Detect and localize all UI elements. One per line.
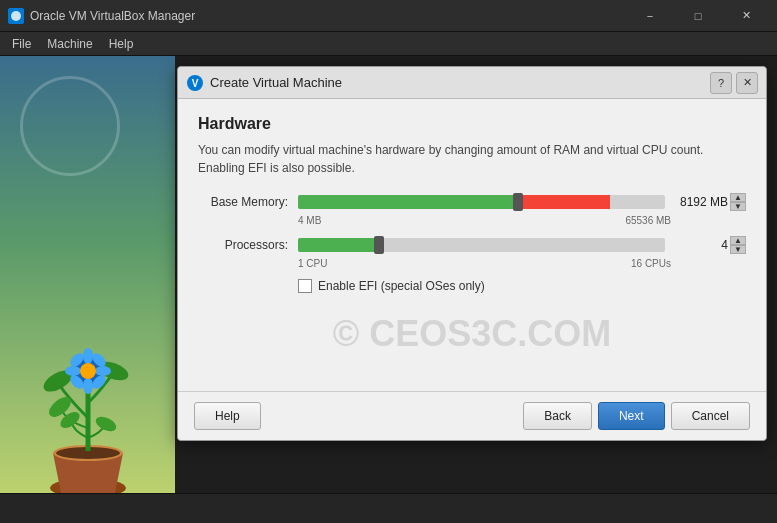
section-heading: Hardware	[198, 115, 746, 133]
base-memory-value: 8192 MB	[673, 195, 728, 209]
close-button[interactable]: ✕	[723, 0, 769, 32]
efi-checkbox[interactable]	[298, 279, 312, 293]
efi-checkbox-row: Enable EFI (special OSes only)	[198, 279, 746, 293]
base-memory-red-fill	[518, 195, 610, 209]
app-icon	[8, 8, 24, 24]
base-memory-green-fill	[298, 195, 518, 209]
dialog-controls: ? ✕	[710, 72, 758, 94]
base-memory-spinner[interactable]: ▲ ▼	[730, 193, 746, 211]
next-button[interactable]: Next	[598, 402, 665, 430]
base-memory-thumb[interactable]	[513, 193, 523, 211]
processors-row: Processors: 4 ▲ ▼	[198, 236, 746, 254]
processors-spinner[interactable]: ▲ ▼	[730, 236, 746, 254]
section-description: You can modify virtual machine's hardwar…	[198, 141, 746, 177]
title-bar: Oracle VM VirtualBox Manager − □ ✕	[0, 0, 777, 32]
dialog-window: V Create Virtual Machine ? ✕ Hardware Yo…	[177, 66, 767, 441]
processors-green-fill	[298, 238, 379, 252]
minimize-button[interactable]: −	[627, 0, 673, 32]
dialog-content: Hardware You can modify virtual machine'…	[178, 99, 766, 391]
base-memory-value-box: 8192 MB ▲ ▼	[673, 193, 746, 211]
watermark: © CEOS3C.COM	[198, 293, 746, 375]
base-memory-min: 4 MB	[298, 215, 321, 226]
help-button[interactable]: Help	[194, 402, 261, 430]
processors-range-inner: 1 CPU 16 CPUs	[298, 258, 746, 269]
menu-machine[interactable]: Machine	[39, 35, 100, 53]
dialog-title-bar: V Create Virtual Machine ? ✕	[178, 67, 766, 99]
processors-thumb[interactable]	[374, 236, 384, 254]
cancel-button[interactable]: Cancel	[671, 402, 750, 430]
processors-max: 16 CPUs	[631, 258, 671, 269]
dialog-footer: Help Back Next Cancel	[178, 391, 766, 440]
taskbar-bottom	[0, 493, 777, 523]
processors-label: Processors:	[198, 238, 298, 252]
base-memory-max: 65536 MB	[625, 215, 671, 226]
processors-value-box: 4 ▲ ▼	[673, 236, 746, 254]
processors-up[interactable]: ▲	[730, 236, 746, 245]
main-area: V Create Virtual Machine ? ✕ Hardware Yo…	[0, 56, 777, 523]
processors-min: 1 CPU	[298, 258, 327, 269]
dialog-icon: V	[186, 74, 204, 92]
base-memory-slider[interactable]	[298, 195, 665, 209]
footer-right-buttons: Back Next Cancel	[523, 402, 750, 430]
window-title: Oracle VM VirtualBox Manager	[30, 9, 627, 23]
processors-track	[298, 238, 665, 252]
processors-value: 4	[673, 238, 728, 252]
base-memory-up[interactable]: ▲	[730, 193, 746, 202]
base-memory-label: Base Memory:	[198, 195, 298, 209]
base-memory-range-inner: 4 MB 65536 MB	[298, 215, 746, 226]
processors-down[interactable]: ▼	[730, 245, 746, 254]
processors-range: 1 CPU 16 CPUs	[198, 258, 746, 269]
menu-bar: File Machine Help	[0, 32, 777, 56]
base-memory-range: 4 MB 65536 MB	[198, 215, 746, 226]
base-memory-down[interactable]: ▼	[730, 202, 746, 211]
svg-text:V: V	[192, 78, 199, 89]
base-memory-track	[298, 195, 665, 209]
dialog-help-button[interactable]: ?	[710, 72, 732, 94]
dialog-title: Create Virtual Machine	[210, 75, 710, 90]
base-memory-row: Base Memory: 8192 MB ▲ ▼	[198, 193, 746, 211]
efi-label: Enable EFI (special OSes only)	[318, 279, 485, 293]
maximize-button[interactable]: □	[675, 0, 721, 32]
svg-point-0	[11, 11, 21, 21]
dialog-overlay: V Create Virtual Machine ? ✕ Hardware Yo…	[0, 56, 777, 523]
processors-slider[interactable]	[298, 238, 665, 252]
window-controls: − □ ✕	[627, 0, 769, 32]
menu-help[interactable]: Help	[101, 35, 142, 53]
dialog-close-button[interactable]: ✕	[736, 72, 758, 94]
back-button[interactable]: Back	[523, 402, 592, 430]
menu-file[interactable]: File	[4, 35, 39, 53]
